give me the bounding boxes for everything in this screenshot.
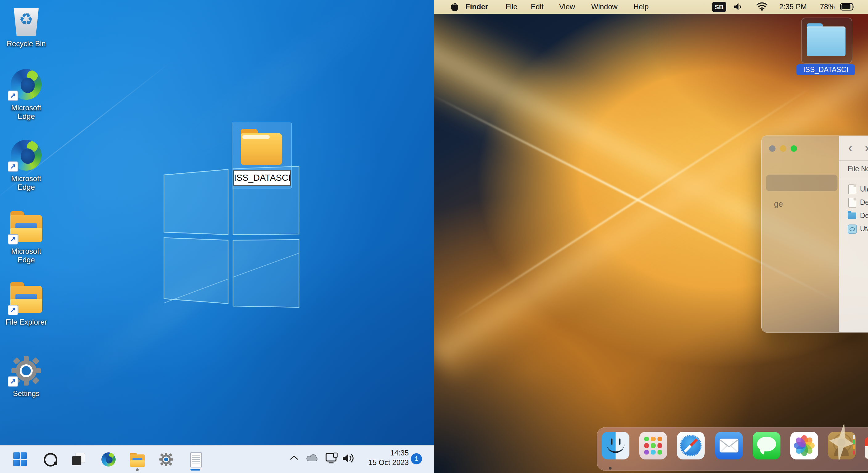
active-indicator [190,469,200,471]
recycle-bin-icon: ♻ [8,4,45,38]
input-source-badge[interactable]: SB [712,2,726,12]
dock-messages[interactable] [753,432,780,460]
menubar-clock[interactable]: 2:35 PM [779,2,807,11]
desktop-icon-label: Microsoft Edge [3,247,49,264]
list-item[interactable]: De [839,209,868,222]
macos-menubar: Finder File Edit View Window Help SB 2:3… [434,0,868,14]
finder-content-pane: ‹ › File Now Ula De De [839,136,868,332]
battery-percent: 78% [820,2,835,11]
close-icon[interactable] [769,145,776,152]
dock-mail[interactable] [715,432,743,460]
taskbar-settings-button[interactable] [159,452,173,467]
dock-finder[interactable] [602,432,629,460]
folder-icon: ↗ [8,283,45,316]
taskbar-clock[interactable]: 14:35 15 Oct 2023 [357,448,409,467]
dock-launchpad[interactable] [639,432,667,460]
folder-icon: ↗ [8,212,45,245]
dock-photos[interactable] [790,432,818,460]
task-view-button[interactable] [71,452,86,467]
list-item[interactable]: Ula [839,182,868,196]
desktop-icon-label: Settings [3,389,49,398]
finder-window[interactable]: ge ‹ › File Now Ula De De [761,135,868,333]
volume-icon[interactable] [342,453,356,467]
desktop-icon-label: File Explorer [3,318,49,327]
tray-date: 15 Oct 2023 [357,458,409,467]
desktop-icon-settings[interactable]: ↗ Settings [3,354,49,398]
running-indicator [609,467,612,470]
zoom-icon[interactable] [790,145,797,152]
desktop-icon-label: Microsoft Edge [3,103,49,121]
running-indicator [136,468,139,471]
shortcut-arrow-icon: ↗ [8,161,18,172]
back-icon[interactable]: ‹ [848,141,852,155]
shortcut-arrow-icon: ↗ [8,376,18,387]
notification-badge[interactable]: 1 [411,453,422,464]
desktop-icon-recycle-bin[interactable]: ♻ Recycle Bin [3,4,49,48]
taskbar-edge-button[interactable] [101,452,116,467]
iss-datasci-folder-icon[interactable] [807,27,845,56]
sidebar-search-field[interactable] [766,175,837,191]
windows-desktop: ♻ Recycle Bin ↗ Microsoft Edge ↗ Microso… [0,0,434,473]
taskbar-file-explorer-button[interactable] [130,452,144,467]
search-button[interactable] [43,452,57,467]
desktop-icon-edge-2[interactable]: ↗ Microsoft Edge [3,139,49,192]
edge-icon: ↗ [8,139,45,172]
network-display-icon[interactable] [326,452,340,467]
dock-partial-icon[interactable] [865,437,868,459]
list-item[interactable]: De [839,196,868,209]
menu-help[interactable]: Help [633,2,649,11]
volume-icon[interactable] [734,2,745,13]
desktop-icon-edge-1[interactable]: ↗ Microsoft Edge [3,68,49,121]
tray-chevron-up[interactable] [289,455,303,469]
desktop-icon-file-explorer[interactable]: ↗ File Explorer [3,283,49,327]
macos-desktop: Finder File Edit View Window Help SB 2:3… [434,0,868,473]
menu-window[interactable]: Window [591,2,617,11]
desktop-icon-edge-folder[interactable]: ↗ Microsoft Edge [3,212,49,264]
desktop-icon-label: Recycle Bin [3,39,49,48]
folder-icon [848,212,856,218]
sidebar-ghost-text: ge [774,199,783,209]
apple-menu[interactable] [450,3,458,14]
dock-safari[interactable] [677,432,705,460]
onedrive-cloud-icon[interactable] [306,453,320,467]
shortcut-arrow-icon: ↗ [8,305,18,315]
menu-edit[interactable]: Edit [531,2,544,11]
app-icon [848,225,857,234]
desktop-icon-label: Microsoft Edge [3,174,49,192]
forward-icon[interactable]: › [865,141,868,155]
menu-view[interactable]: View [559,2,575,11]
list-header: File Now [848,165,868,173]
edge-icon: ↗ [8,68,45,102]
search-icon [44,453,57,467]
battery-icon [840,3,855,13]
menu-file[interactable]: File [505,2,518,11]
document-icon [848,198,856,208]
minimize-icon[interactable] [780,145,786,152]
shortcut-arrow-icon: ↗ [8,91,18,101]
gear-icon: ↗ [8,354,45,387]
start-button[interactable] [13,452,27,467]
folder-label: ISS_DATASCI [797,64,855,75]
folder-rename-input[interactable]: ISS_DATASCI [233,170,291,186]
split-screen: ♻ Recycle Bin ↗ Microsoft Edge ↗ Microso… [0,0,868,473]
notepad-icon [190,452,202,468]
menu-app-name[interactable]: Finder [465,2,488,11]
iss-datasci-folder-icon[interactable] [241,133,282,165]
tray-time: 14:35 [357,448,409,458]
document-icon [848,184,856,194]
wifi-icon[interactable] [756,2,768,13]
list-item[interactable]: Uta [839,222,868,236]
taskbar-notepad-button[interactable] [188,452,203,467]
shortcut-arrow-icon: ↗ [8,234,18,244]
